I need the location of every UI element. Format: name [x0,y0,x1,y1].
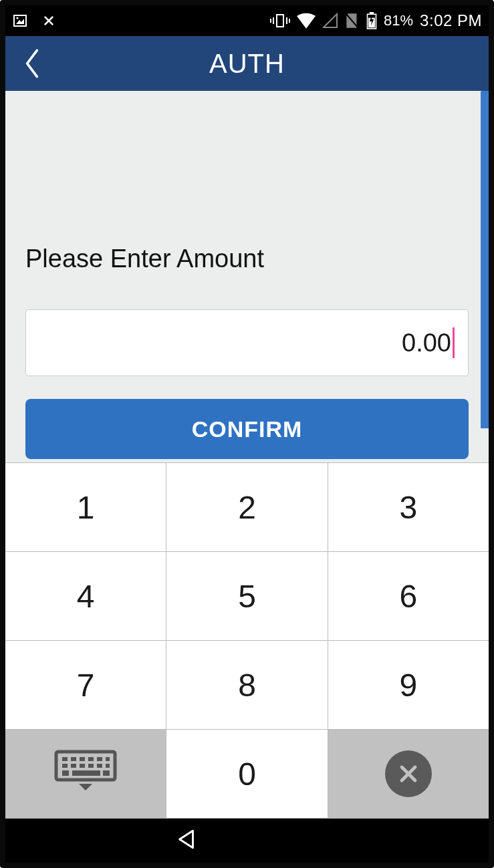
scroll-indicator [481,91,489,428]
svg-rect-24 [97,764,102,768]
key-2[interactable]: 2 [166,463,328,552]
svg-rect-14 [62,757,68,761]
no-sim-icon [345,12,360,29]
keyboard-toggle-button[interactable] [5,730,166,819]
bluetooth-icon [40,12,57,29]
image-notification-icon [12,13,28,29]
device-frame: 81% 3:02 PM AUTH Please Enter Amount 0.0… [0,0,494,868]
svg-rect-22 [80,764,85,768]
svg-rect-10 [370,12,374,14]
text-cursor [453,327,455,358]
wifi-icon [297,13,316,29]
battery-percent: 81% [384,12,413,29]
android-nav-bar [5,819,489,863]
vibrate-icon [270,12,290,29]
key-5[interactable]: 5 [166,552,328,641]
app-header: AUTH [5,36,489,91]
triangle-back-icon [176,828,199,851]
svg-rect-27 [72,770,100,776]
svg-marker-32 [179,831,193,848]
nav-back-button[interactable] [176,828,199,853]
key-4[interactable]: 4 [5,552,166,641]
svg-rect-23 [88,764,94,768]
svg-rect-19 [106,757,110,761]
content-area: Please Enter Amount 0.00 CONFIRM [5,91,489,462]
svg-rect-21 [71,764,76,768]
key-clear[interactable] [328,730,489,819]
svg-rect-15 [71,757,76,761]
confirm-button-label: CONFIRM [192,416,303,442]
key-3[interactable]: 3 [328,463,489,552]
numeric-keypad: 1 2 3 4 5 6 7 8 9 [5,462,489,819]
key-1[interactable]: 1 [5,463,166,552]
key-8[interactable]: 8 [166,641,328,730]
back-button[interactable] [12,36,52,91]
svg-rect-3 [277,15,283,27]
svg-rect-17 [88,757,94,761]
status-bar: 81% 3:02 PM [5,5,489,36]
confirm-button[interactable]: CONFIRM [25,399,469,459]
svg-rect-28 [103,770,110,776]
key-0[interactable]: 0 [166,730,328,819]
key-9[interactable]: 9 [328,641,489,730]
svg-rect-25 [106,764,110,768]
key-7[interactable]: 7 [5,641,166,730]
close-icon [385,750,432,797]
page-title: AUTH [5,49,489,79]
svg-point-2 [16,17,18,19]
svg-rect-26 [62,770,69,776]
svg-marker-29 [79,784,92,790]
keyboard-icon [53,749,118,799]
svg-rect-16 [80,757,85,761]
amount-value: 0.00 [402,329,451,357]
svg-rect-20 [62,764,68,768]
battery-charging-icon [366,12,377,29]
svg-marker-1 [16,19,24,24]
cell-signal-icon [322,13,338,29]
key-6[interactable]: 6 [328,552,489,641]
chevron-left-icon [23,49,41,78]
amount-input[interactable]: 0.00 [25,309,469,376]
clock: 3:02 PM [420,11,482,30]
svg-rect-18 [97,757,102,761]
amount-prompt-label: Please Enter Amount [25,245,469,273]
